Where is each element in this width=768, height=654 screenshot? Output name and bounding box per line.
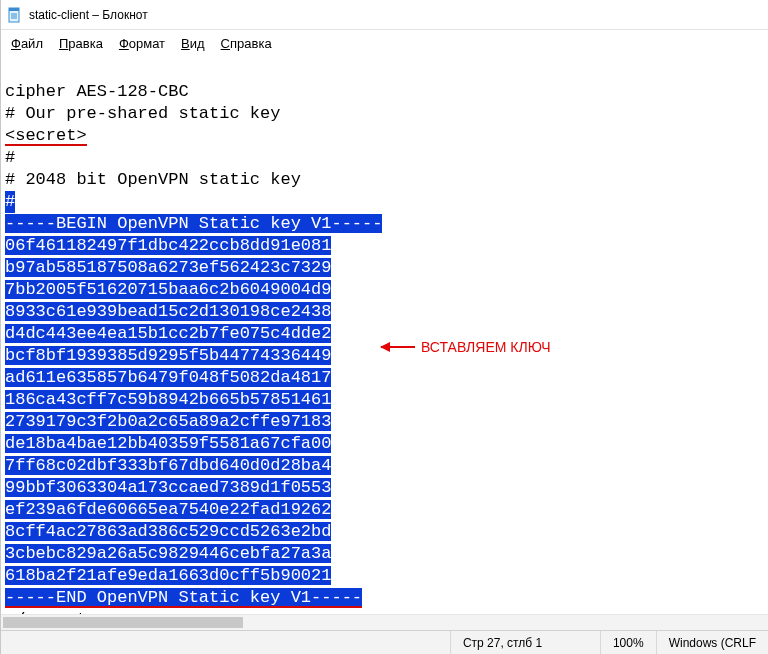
key-line: 8cff4ac27863ad386c529ccd5263e2bd (5, 522, 331, 541)
key-line: de18ba4bae12bb40359f5581a67cfa00 (5, 434, 331, 453)
key-line: 186ca43cff7c59b8942b665b57851461 (5, 390, 331, 409)
menu-edit[interactable]: Правка (53, 34, 109, 53)
svg-rect-1 (9, 8, 19, 11)
key-line: 618ba2f21afe9eda1663d0cff5b90021 (5, 566, 331, 585)
notepad-icon (7, 7, 23, 23)
key-end: -----END OpenVPN Static key V1----- (5, 588, 362, 607)
text-editor[interactable]: cipher AES-128-CBC # Our pre-shared stat… (1, 57, 768, 654)
text-line-selected: # (5, 191, 15, 213)
horizontal-scrollbar[interactable] (1, 614, 768, 630)
key-begin: -----BEGIN OpenVPN Static key V1----- (5, 214, 382, 233)
key-line: ef239a6fde60665ea7540e22fad19262 (5, 500, 331, 519)
status-eol-text: Windows (CRLF (669, 636, 756, 650)
menu-format[interactable]: Формат (113, 34, 171, 53)
key-line: 06f461182497f1dbc422ccb8dd91e081 (5, 236, 331, 255)
key-line: 8933c61e939bead15c2d130198ce2438 (5, 302, 331, 321)
text-line: # (5, 148, 15, 167)
text-line: # Our pre-shared static key (5, 104, 280, 123)
status-cursor-position: Стр 27, стлб 1 (450, 631, 600, 654)
menu-bar: Файл Правка Формат Вид Справка (1, 30, 768, 57)
text-line: # 2048 bit OpenVPN static key (5, 170, 301, 189)
title-bar: static-client – Блокнот (1, 0, 768, 30)
arrow-left-icon (381, 346, 415, 348)
key-line: bcf8bf1939385d9295f5b44774336449 (5, 346, 331, 365)
menu-view[interactable]: Вид (175, 34, 211, 53)
status-line-ending: Windows (CRLF (656, 631, 768, 654)
annotation-insert-key: ВСТАВЛЯЕМ КЛЮЧ (381, 336, 551, 358)
menu-help[interactable]: Справка (215, 34, 278, 53)
menu-file[interactable]: Файл (5, 34, 49, 53)
secret-open-tag: <secret> (5, 126, 87, 145)
window-title: static-client – Блокнот (29, 8, 148, 22)
annotation-text: ВСТАВЛЯЕМ КЛЮЧ (421, 336, 551, 358)
status-zoom-text: 100% (613, 636, 644, 650)
scrollbar-thumb[interactable] (3, 617, 243, 628)
key-line: d4dc443ee4ea15b1cc2b7fe075c4dde2 (5, 324, 331, 343)
key-line: 7ff68c02dbf333bf67dbd640d0d28ba4 (5, 456, 331, 475)
key-line: ad611e635857b6479f048f5082da4817 (5, 368, 331, 387)
status-cursor-text: Стр 27, стлб 1 (463, 636, 542, 650)
key-line: 7bb2005f51620715baa6c2b6049004d9 (5, 280, 331, 299)
text-line: cipher AES-128-CBC (5, 82, 189, 101)
status-zoom[interactable]: 100% (600, 631, 656, 654)
key-line: 99bbf3063304a173ccaed7389d1f0553 (5, 478, 331, 497)
key-line: b97ab585187508a6273ef562423c7329 (5, 258, 331, 277)
key-line: 2739179c3f2b0a2c65a89a2cffe97183 (5, 412, 331, 431)
key-line: 3cbebc829a26a5c9829446cebfa27a3a (5, 544, 331, 563)
status-bar: Стр 27, стлб 1 100% Windows (CRLF (1, 630, 768, 654)
